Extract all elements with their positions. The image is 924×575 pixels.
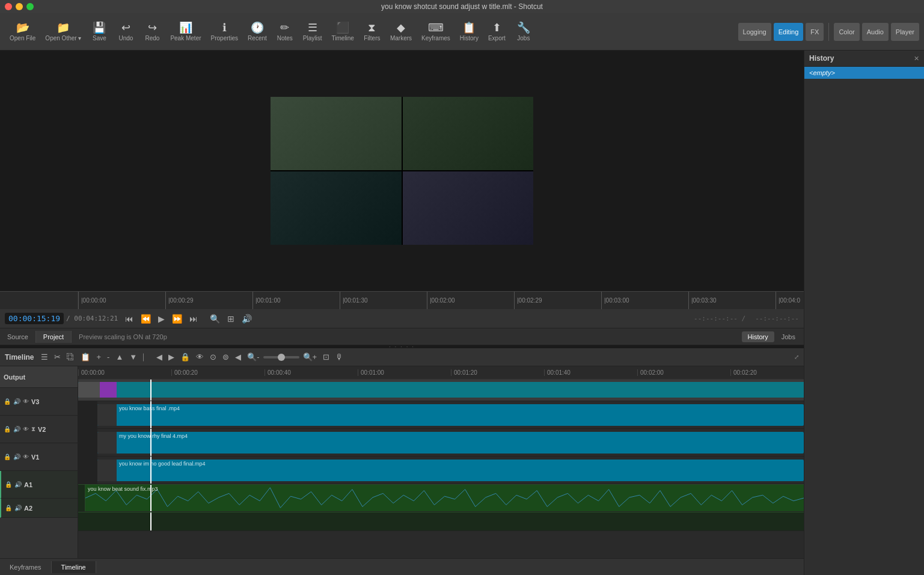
open-file-icon: 📂 [16, 22, 29, 33]
zoom-slider[interactable] [263, 356, 299, 358]
mode-buttons: Logging Editing FX Color Audio Player [738, 23, 919, 41]
toolbar-history[interactable]: 📋 History [455, 20, 483, 44]
logging-mode-button[interactable]: Logging [738, 23, 771, 41]
toolbar-undo[interactable]: ↩ Undo [112, 20, 139, 44]
toolbar-markers[interactable]: ◆ Markers [385, 20, 417, 44]
tr-5: 00:01:40 [544, 369, 637, 376]
tl-zoom-in-button[interactable]: 🔍+ [301, 351, 320, 363]
window-controls[interactable] [5, 3, 34, 10]
tl-next-button[interactable]: ▶ [166, 351, 177, 363]
grid-button[interactable]: ⊞ [225, 313, 237, 325]
tl-add-button[interactable]: + [94, 351, 103, 363]
tl-scrub-button[interactable]: ⊚ [220, 351, 231, 363]
tl-marker-button[interactable]: ◀ [233, 351, 243, 363]
minimize-button[interactable] [16, 3, 23, 10]
tl-copy-button[interactable]: ⿻ [64, 351, 77, 363]
tl-split-button[interactable]: ⎸ [141, 351, 153, 363]
timeline-ruler[interactable]: |00:00:00 |00:00:29 |00:01:00 |00:01:30 … [0, 291, 804, 309]
toolbar-playlist[interactable]: ☰ Playlist [298, 20, 327, 44]
track-label-v2: 🔒 🔊 👁 ⧗ V2 [0, 416, 78, 443]
right-panel-close-icon[interactable]: ✕ [914, 55, 919, 63]
toolbar-filters[interactable]: ⧗ Filters [359, 20, 385, 44]
lock-a2-icon[interactable]: 🔒 [5, 505, 12, 511]
toolbar-peak-meter[interactable]: 📊 Peak Meter [165, 20, 206, 44]
toolbar-jobs[interactable]: 🔧 Jobs [510, 20, 537, 44]
toolbar-keyframes[interactable]: ⌨ Keyframes [417, 20, 455, 44]
tl-remove-button[interactable]: - [105, 351, 112, 363]
skip-end-button[interactable]: ⏭ [187, 313, 200, 325]
video-cell-br [403, 171, 534, 245]
tl-fit-button[interactable]: ⊡ [320, 351, 332, 363]
tl-record-button[interactable]: 🎙 [333, 351, 346, 363]
toolbar-recent[interactable]: 🕐 Recent [243, 20, 272, 44]
volume-button[interactable]: 🔊 [239, 313, 254, 325]
zoom-thumb[interactable] [278, 354, 285, 361]
skip-start-button[interactable]: ⏮ [123, 313, 136, 325]
tab-project[interactable]: Project [36, 331, 72, 343]
audio-button[interactable]: Audio [862, 23, 889, 41]
eye-v2-icon[interactable]: 👁 [23, 426, 29, 432]
audio-v1-icon[interactable]: 🔊 [13, 454, 20, 460]
tab-jobs[interactable]: Jobs [776, 331, 801, 342]
audio-a1-icon[interactable]: 🔊 [14, 481, 22, 488]
peak-meter-label: Peak Meter [170, 35, 201, 42]
audio-v3-icon[interactable]: 🔊 [13, 398, 20, 405]
v3-clip[interactable]: you know bass final .mp4 [97, 404, 804, 426]
toolbar-open-file[interactable]: 📂 Open File [5, 20, 40, 44]
lock-a1-icon[interactable]: 🔒 [5, 481, 12, 488]
tl-paste-button[interactable]: 📋 [78, 351, 93, 363]
play-button[interactable]: ▶ [156, 313, 167, 325]
timeline-tracks-container: Output 🔒 🔊 👁 V3 🔒 🔊 👁 ⧗ [0, 366, 804, 558]
v2-black-head [78, 429, 97, 456]
a1-clip-label: you know beat sound fix.mp3 [88, 486, 158, 492]
toolbar-redo[interactable]: ↪ Redo [139, 20, 165, 44]
toolbar-export[interactable]: ⬆ Export [483, 20, 510, 44]
tl-zoom-out-button[interactable]: 🔍- [245, 351, 262, 363]
zoom-button[interactable]: 🔍 [207, 313, 222, 325]
tl-menu-button[interactable]: ☰ [38, 351, 50, 363]
fast-forward-button[interactable]: ⏩ [170, 313, 185, 325]
v1-clip[interactable]: you know im no good lead final.mp4 [97, 460, 804, 481]
eye-v3-icon[interactable]: 👁 [23, 398, 29, 405]
lock-v2-icon[interactable]: 🔒 [4, 426, 11, 432]
rewind-button[interactable]: ⏪ [138, 313, 153, 325]
v2-clip-label: my you know rhy final 4.mp4 [119, 433, 188, 439]
tl-loop-button[interactable]: ⊙ [207, 351, 219, 363]
save-icon: 💾 [93, 22, 106, 33]
toolbar-save[interactable]: 💾 Save [86, 20, 112, 44]
tl-resize-handle[interactable]: ⤢ [794, 354, 799, 360]
tl-lift-button[interactable]: ▲ [113, 351, 126, 363]
tl-overwrite-button[interactable]: ▼ [127, 351, 139, 363]
ruler-mark-6: |00:03:00 [601, 292, 688, 309]
tab-history[interactable]: History [742, 331, 774, 342]
toolbar-properties[interactable]: ℹ Properties [206, 20, 243, 44]
tl-snap-button[interactable]: 🔒 [178, 351, 192, 363]
eye-v1-icon[interactable]: 👁 [23, 454, 29, 460]
player-button[interactable]: Player [891, 23, 919, 41]
lock-v1-icon[interactable]: 🔒 [4, 454, 11, 460]
lock-v3-icon[interactable]: 🔒 [4, 398, 11, 405]
audio-a2-icon[interactable]: 🔊 [14, 505, 22, 511]
tab-timeline-bottom[interactable]: Timeline [52, 561, 96, 573]
maximize-button[interactable] [26, 3, 34, 10]
center-area: |00:00:00 |00:00:29 |00:01:00 |00:01:30 … [0, 51, 804, 575]
tab-source[interactable]: Source [0, 331, 36, 343]
toolbar-notes[interactable]: ✏ Notes [272, 20, 298, 44]
tl-prev-button[interactable]: ◀ [154, 351, 165, 363]
fx-mode-button[interactable]: FX [806, 23, 824, 41]
v2-clip[interactable]: my you know rhy final 4.mp4 [97, 432, 804, 454]
filter-v2-icon[interactable]: ⧗ [31, 426, 35, 433]
close-button[interactable] [5, 3, 12, 10]
waveform-svg [85, 485, 804, 511]
audio-v2-icon[interactable]: 🔊 [13, 426, 20, 432]
main-content: |00:00:00 |00:00:29 |00:01:00 |00:01:30 … [0, 51, 924, 575]
bottom-tabs: Keyframes Timeline [0, 558, 804, 575]
tab-keyframes-bottom[interactable]: Keyframes [0, 561, 52, 573]
toolbar-open-other[interactable]: 📁 Open Other ▾ [40, 20, 86, 44]
editing-mode-button[interactable]: Editing [774, 23, 804, 41]
color-button[interactable]: Color [834, 23, 859, 41]
tl-ripple-button[interactable]: 👁 [194, 351, 206, 363]
tl-cut-button[interactable]: ✂ [52, 351, 63, 363]
a1-clip[interactable]: you know beat sound fix.mp3 [85, 485, 804, 511]
toolbar-timeline[interactable]: ⬛ Timeline [326, 20, 358, 44]
